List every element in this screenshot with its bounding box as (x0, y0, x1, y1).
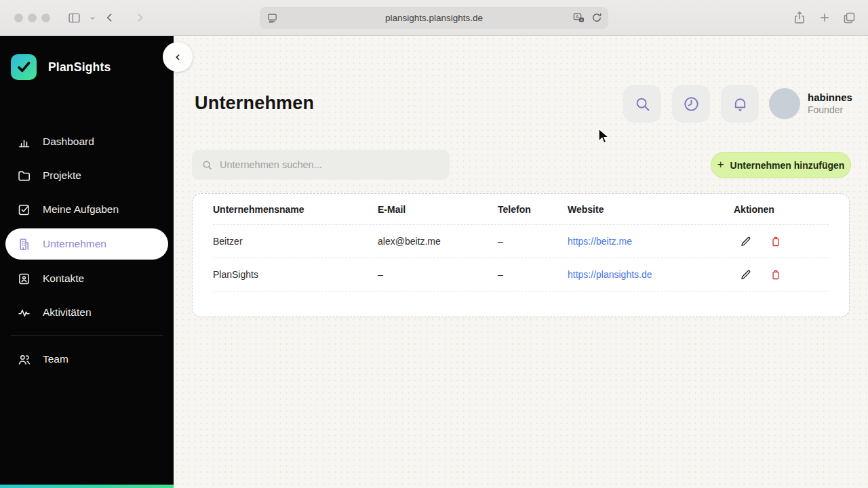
brand: PlanSights (11, 54, 111, 80)
translate-icon[interactable]: Aa (572, 12, 585, 24)
history-button[interactable] (672, 85, 710, 123)
column-header-email: E-Mail (378, 204, 498, 215)
sidebar-item-unternehmen[interactable]: Unternehmen (5, 228, 168, 260)
user-role: Founder (808, 104, 852, 115)
cell-company-name: PlanSights (213, 269, 378, 280)
browser-chrome: plansights.plansights.de Aa (0, 0, 868, 36)
new-tab-icon[interactable] (818, 11, 831, 24)
share-icon[interactable] (792, 9, 807, 26)
sidebar-divider (11, 336, 163, 336)
sidebar-collapse-button[interactable] (163, 42, 193, 72)
contact-card-icon (16, 272, 31, 286)
cell-website-link[interactable]: https://plansights.de (568, 269, 652, 280)
reload-icon[interactable] (591, 12, 603, 24)
sidebar-nav: Dashboard Projekte Meine Aufgaben Untern… (0, 123, 174, 378)
column-header-website: Website (568, 204, 734, 215)
cell-phone: – (498, 236, 568, 247)
bell-icon (731, 95, 749, 113)
search-icon (633, 95, 652, 113)
sidebar-item-label: Unternehmen (43, 238, 106, 250)
cell-email: – (378, 269, 498, 280)
sidebar-item-label: Meine Aufgaben (43, 203, 119, 216)
user-meta: habinnes Founder (808, 92, 852, 115)
sidebar-item-label: Dashboard (43, 136, 94, 148)
sidebar-item-label: Team (43, 353, 68, 365)
plus-icon: + (717, 158, 724, 171)
page-title: Unternehmen (195, 93, 314, 114)
window-close-button[interactable] (14, 14, 23, 22)
sidebar-item-label: Kontakte (43, 272, 84, 285)
reader-view-icon[interactable] (267, 12, 278, 24)
trash-icon[interactable] (770, 268, 782, 281)
back-icon[interactable] (103, 11, 117, 24)
main-content: Unternehmen habinnes Founder + Unternehm… (174, 36, 868, 488)
activity-icon (16, 306, 31, 320)
folder-icon (16, 169, 31, 183)
sidebar-item-meine-aufgaben[interactable]: Meine Aufgaben (5, 195, 168, 224)
url-text: plansights.plansights.de (385, 13, 483, 23)
sidebar-item-label: Projekte (43, 169, 81, 182)
window-minimize-button[interactable] (28, 14, 37, 22)
company-search (192, 150, 450, 180)
sidebar: PlanSights Dashboard Projekte Meine Aufg… (0, 36, 174, 488)
check-square-icon (16, 203, 31, 217)
cell-email: alex@beitz.me (378, 236, 498, 247)
plansights-logo-icon (11, 54, 37, 80)
svg-text:A: A (576, 14, 579, 20)
trash-icon[interactable] (770, 235, 782, 248)
user-avatar[interactable] (769, 88, 800, 119)
companies-table-card: Unternehmensname E-Mail Telefon Website … (192, 193, 850, 317)
clock-icon (682, 95, 701, 113)
table-row: Beitzer alex@beitz.me – https://beitz.me (213, 225, 829, 258)
sidebar-item-team[interactable]: Team (5, 344, 168, 374)
global-search-button[interactable] (623, 85, 661, 123)
cell-company-name: Beitzer (213, 236, 378, 247)
building-icon (16, 237, 31, 251)
pencil-icon[interactable] (739, 268, 752, 281)
add-company-button[interactable]: + Unternehmen hinzufügen (711, 152, 851, 178)
forward-icon[interactable] (133, 11, 146, 24)
address-bar[interactable]: plansights.plansights.de Aa (260, 7, 608, 29)
chevron-down-icon[interactable] (89, 14, 96, 22)
tabs-overview-icon[interactable] (842, 11, 856, 25)
sidebar-item-aktivitaeten[interactable]: Aktivitäten (5, 298, 168, 327)
add-company-label: Unternehmen hinzufügen (730, 160, 845, 171)
column-header-name: Unternehmensname (213, 204, 378, 215)
user-name: habinnes (808, 92, 852, 103)
cell-website-link[interactable]: https://beitz.me (568, 236, 632, 247)
notifications-button[interactable] (721, 85, 759, 123)
company-search-input[interactable] (220, 159, 440, 170)
sidebar-toggle-icon[interactable] (67, 11, 81, 25)
sidebar-item-kontakte[interactable]: Kontakte (5, 264, 168, 293)
table-header-row: Unternehmensname E-Mail Telefon Website … (213, 194, 829, 225)
sidebar-item-label: Aktivitäten (43, 306, 92, 319)
sidebar-item-projekte[interactable]: Projekte (5, 161, 168, 190)
window-zoom-button[interactable] (41, 14, 50, 22)
users-icon (16, 352, 31, 367)
bar-chart-icon (16, 135, 31, 149)
sidebar-item-dashboard[interactable]: Dashboard (5, 127, 168, 157)
search-icon (201, 159, 213, 171)
table-row: PlanSights – – https://plansights.de (213, 258, 829, 291)
cell-phone: – (498, 269, 568, 280)
column-header-phone: Telefon (498, 204, 568, 215)
brand-name: PlanSights (48, 60, 111, 75)
sidebar-accent-strip (0, 485, 174, 488)
column-header-actions: Aktionen (734, 204, 829, 215)
pencil-icon[interactable] (739, 235, 752, 248)
